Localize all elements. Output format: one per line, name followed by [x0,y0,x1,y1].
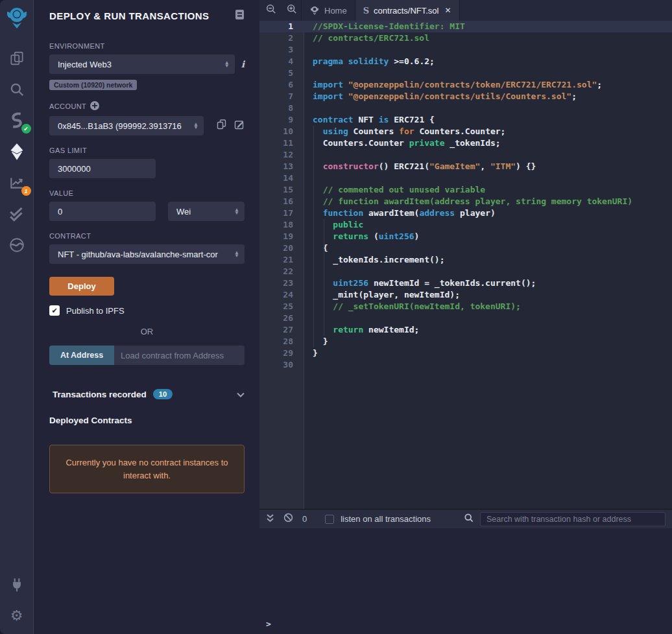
or-separator: OR [49,327,245,336]
code-line[interactable]: 11 Counters.Counter private _tokenIds; [259,137,672,149]
solidity-compiler-icon[interactable]: ✔ [5,109,29,132]
pending-transactions-count: 0 [302,514,307,524]
tab-bar: Home S contracts/NFT.sol ✕ [259,0,672,21]
code-line[interactable]: 8 [259,102,672,114]
plugin-manager-icon[interactable] [5,573,29,596]
environment-select[interactable]: Injected Web3 ▲▼ [49,54,235,74]
value-amount: 0 [58,207,62,217]
tab-home-label: Home [324,6,347,16]
code-line[interactable]: 10 using Counters for Counters.Counter; [259,126,672,137]
documentation-icon[interactable] [235,9,245,23]
code-line[interactable]: 25 // _setTokenURI(newItemId, tokenURI); [259,301,672,312]
code-line[interactable]: 12 [259,149,672,161]
code-line[interactable]: 15 // commented out unused variable [259,184,672,196]
code-line[interactable]: 20 { [259,242,672,254]
code-line[interactable]: 6import "@openzeppelin/contracts/token/E… [259,79,672,91]
solidity-file-icon: S [363,6,369,16]
main-area: Home S contracts/NFT.sol ✕ 1//SPDX-Licen… [259,0,672,634]
publish-ipfs-checkbox[interactable]: ✔ [49,305,60,316]
account-value: 0x845...B1aB3 (999992.3913716 [58,121,191,131]
gas-limit-input[interactable]: 3000000 [49,159,156,178]
deployed-contracts-label: Deployed Contracts [49,416,245,425]
terminal-expand-icon[interactable] [266,513,274,525]
network-badge: Custom (10920) network [49,80,137,90]
analytics-icon[interactable]: 1 [5,171,29,194]
sign-message-icon[interactable] [234,119,245,132]
environment-section: ENVIRONMENT Injected Web3 ▲▼ i Custom (1… [49,42,245,90]
code-line[interactable]: 14 [259,172,672,184]
panel-title: DEPLOY & RUN TRANSACTIONS [49,10,209,21]
transactions-recorded-toggle[interactable]: Transactions recorded 10 [49,388,245,400]
code-line[interactable]: 4pragma solidity >=0.6.2; [259,56,672,67]
select-caret-icon: ▲▼ [193,123,198,129]
copy-account-icon[interactable] [217,119,226,132]
code-line[interactable]: 3 [259,44,672,56]
listen-transactions-checkbox[interactable] [325,515,334,524]
code-line[interactable]: 16 // function awardItem(address player,… [259,196,672,207]
code-line[interactable]: 7import "@openzeppelin/contracts/utils/C… [259,91,672,102]
deploy-button[interactable]: Deploy [49,277,114,296]
remix-logo-icon[interactable] [4,4,30,34]
tab-close-icon[interactable]: ✕ [445,6,451,15]
code-line[interactable]: 28 } [259,336,672,347]
code-editor[interactable]: 1//SPDX-License-Identifier: MIT2// contr… [259,21,672,509]
account-select[interactable]: 0x845...B1aB3 (999992.3913716 ▲▼ [49,116,204,135]
code-line[interactable]: 29} [259,347,672,359]
account-section: ACCOUNT 0x845...B1aB3 (999992.3913716 ▲▼ [49,101,245,135]
code-line[interactable]: 5 [259,67,672,79]
search-icon[interactable] [5,78,29,101]
terminal-search-input[interactable] [480,512,666,526]
terminal-search-icon [464,513,474,525]
indent-guide [313,126,314,347]
debugger-icon[interactable] [5,233,29,257]
terminal-toolbar: 0 listen on all transactions [259,509,672,528]
zoom-in-icon[interactable] [287,4,297,17]
indent-guide [324,219,324,336]
transactions-count-badge: 10 [153,389,173,399]
chevron-down-icon [237,388,245,400]
settings-icon[interactable]: ⚙ [5,604,29,628]
select-caret-icon: ▲▼ [234,251,239,257]
deploy-run-icon[interactable] [5,140,29,163]
value-section: VALUE 0 Wei ▲▼ [49,189,245,221]
unit-testing-icon[interactable] [5,202,29,226]
code-line[interactable]: 19 returns (uint256) [259,231,672,242]
code-line[interactable]: 24 _mint(player, newItemId); [259,289,672,301]
account-label: ACCOUNT [49,102,86,110]
code-line[interactable]: 9contract NFT is ERC721 { [259,114,672,126]
code-line[interactable]: 30 [259,359,672,371]
code-line[interactable]: 23 uint256 newItemId = _tokenIds.current… [259,277,672,289]
terminal-prompt: > [266,619,271,629]
add-account-icon[interactable] [90,101,99,112]
value-unit-select[interactable]: Wei ▲▼ [168,202,245,221]
tab-active-label: contracts/NFT.sol [374,6,438,16]
code-lines: 1//SPDX-License-Identifier: MIT2// contr… [259,21,672,371]
at-address-button[interactable]: At Address [49,346,114,365]
code-line[interactable]: 27 return newItemId; [259,324,672,336]
clear-console-icon[interactable] [283,513,293,525]
terminal-output[interactable]: > [259,528,672,634]
code-line[interactable]: 13 constructor() ERC721("GameItem", "ITM… [259,161,672,172]
contract-select[interactable]: NFT - github/ava-labs/avalanche-smart-co… [49,244,245,264]
value-input[interactable]: 0 [49,202,156,221]
at-address-input[interactable] [114,346,245,365]
code-line[interactable]: 18 public [259,219,672,231]
zoom-out-icon[interactable] [266,4,276,17]
file-explorer-icon[interactable] [5,47,29,70]
value-label: VALUE [49,189,245,197]
code-line[interactable]: 21 _tokenIds.increment(); [259,254,672,266]
tab-home[interactable]: Home [301,0,355,21]
code-line[interactable]: 22 [259,266,672,277]
code-line[interactable]: 2// contracts/ERC721.sol [259,32,672,44]
code-line[interactable]: 1//SPDX-License-Identifier: MIT [259,21,672,32]
code-line[interactable]: 26 [259,312,672,324]
environment-value: Injected Web3 [58,60,222,69]
gas-limit-label: GAS LIMIT [49,147,245,154]
code-line[interactable]: 17 function awardItem(address player) [259,207,672,219]
tab-contracts-nft-sol[interactable]: S contracts/NFT.sol ✕ [355,0,460,21]
select-caret-icon: ▲▼ [224,61,230,67]
select-caret-icon: ▲▼ [234,208,239,215]
no-instances-alert: Currently you have no contract instances… [49,445,245,493]
environment-info-icon[interactable]: i [241,59,245,69]
remix-home-icon [309,5,320,16]
